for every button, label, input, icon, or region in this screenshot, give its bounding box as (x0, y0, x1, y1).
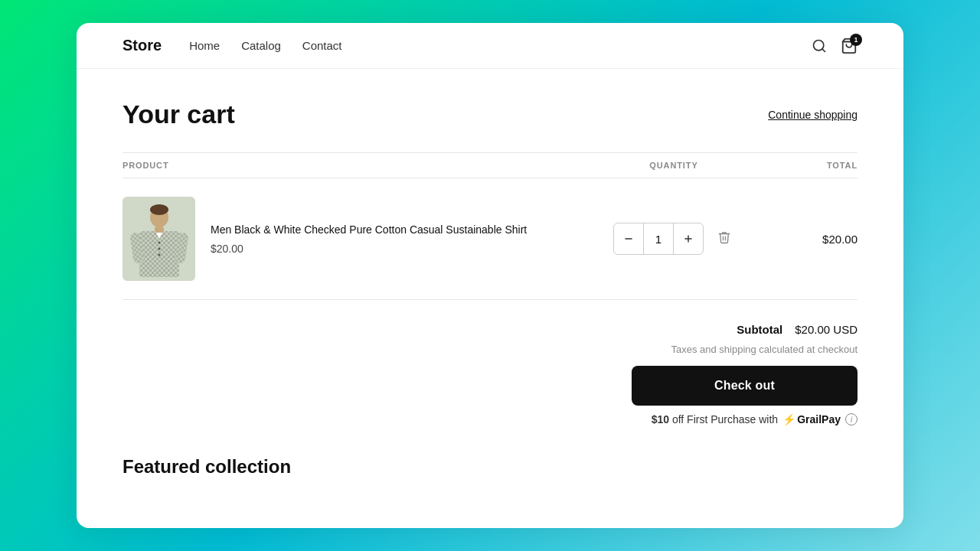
grailpay-g-icon: ⚡ (782, 413, 795, 425)
cart-badge: 1 (850, 34, 862, 46)
remove-item-button[interactable] (714, 227, 734, 251)
product-image (122, 197, 195, 281)
quantity-value: 1 (643, 223, 674, 254)
svg-point-16 (158, 254, 160, 256)
continue-shopping-link[interactable]: Continue shopping (768, 109, 858, 121)
product-col: Men Black & White Checked Pure Cotton Ca… (122, 197, 590, 281)
search-button[interactable] (812, 38, 827, 54)
main-nav: Home Catalog Contact (189, 39, 341, 52)
minus-icon (623, 233, 634, 244)
column-total: TOTAL (758, 161, 858, 170)
product-info: Men Black & White Checked Pure Cotton Ca… (211, 223, 527, 255)
cart-header-row: Your cart Continue shopping (122, 99, 858, 129)
search-icon (812, 38, 827, 54)
cart-button[interactable]: 1 (841, 37, 858, 54)
subtotal-row: Subtotal $20.00 USD (737, 323, 858, 336)
tax-note: Taxes and shipping calculated at checkou… (671, 344, 858, 355)
product-thumbnail (129, 201, 190, 277)
page-title: Your cart (122, 99, 235, 129)
header: Store Home Catalog Contact 1 (77, 23, 903, 69)
svg-point-14 (158, 242, 160, 244)
header-actions: 1 (812, 37, 858, 54)
table-row: Men Black & White Checked Pure Cotton Ca… (122, 178, 858, 300)
page-card: Store Home Catalog Contact 1 (77, 23, 903, 528)
svg-point-15 (158, 248, 160, 250)
svg-rect-11 (155, 227, 164, 233)
checkout-button[interactable]: Check out (632, 366, 858, 406)
subtotal-value: $20.00 USD (795, 323, 858, 336)
column-quantity: QUANTITY (590, 161, 758, 170)
grailpay-row: $10 off First Purchase with ⚡ GrailPay i (652, 413, 858, 425)
nav-contact[interactable]: Contact (302, 39, 342, 52)
grailpay-brand-name: GrailPay (797, 413, 841, 425)
nav-catalog[interactable]: Catalog (241, 39, 281, 52)
product-unit-price: $20.00 (211, 243, 527, 255)
column-product: PRODUCT (122, 161, 590, 170)
nav-home[interactable]: Home (189, 39, 220, 52)
quantity-col: 1 (590, 223, 758, 255)
increase-quantity-button[interactable] (674, 223, 703, 254)
featured-collection-title: Featured collection (77, 425, 903, 478)
grailpay-info-icon[interactable]: i (845, 413, 858, 425)
line-total: $20.00 (758, 233, 858, 246)
trash-icon (717, 230, 731, 244)
svg-line-1 (822, 48, 825, 51)
table-header: PRODUCT QUANTITY TOTAL (122, 152, 858, 178)
quantity-controls: 1 (613, 223, 704, 255)
svg-point-8 (150, 204, 168, 215)
grailpay-logo: ⚡ GrailPay (782, 413, 841, 425)
product-name: Men Black & White Checked Pure Cotton Ca… (211, 223, 527, 238)
subtotal-label: Subtotal (737, 323, 782, 336)
decrease-quantity-button[interactable] (614, 223, 643, 254)
main-content: Your cart Continue shopping PRODUCT QUAN… (77, 69, 903, 425)
plus-icon (683, 233, 694, 244)
grailpay-off-amount: $10 off First Purchase with (652, 413, 779, 425)
subtotal-section: Subtotal $20.00 USD Taxes and shipping c… (122, 300, 858, 425)
store-logo: Store (122, 37, 162, 54)
